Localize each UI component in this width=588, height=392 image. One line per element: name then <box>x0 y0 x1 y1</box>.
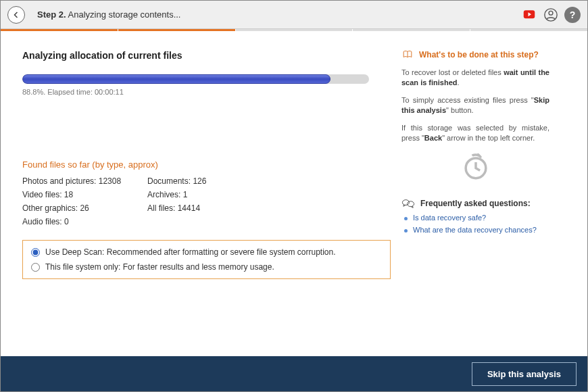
step-label: Step 2. Analyzing storage contents... <box>37 9 180 20</box>
back-button[interactable] <box>7 6 25 24</box>
stat-row: Archives: 1 <box>147 190 272 199</box>
stat-row: All files: 14414 <box>147 203 272 213</box>
faq-item: What are the data recovery chances? <box>404 226 549 234</box>
side-help-p1: To recover lost or deleted files wait un… <box>401 68 549 89</box>
scan-progress-fill <box>22 74 330 84</box>
scan-progress-bar <box>22 74 369 84</box>
scan-options-panel: Use Deep Scan: Recommended after formatt… <box>22 240 391 279</box>
svg-point-4 <box>402 200 409 205</box>
option-deep-scan[interactable]: Use Deep Scan: Recommended after formatt… <box>31 247 382 257</box>
stat-row: Audio files: 0 <box>22 217 147 226</box>
book-icon <box>401 50 414 59</box>
svg-point-5 <box>408 201 414 207</box>
footer-bar: Skip this analysis <box>1 356 587 391</box>
step-number: Step 2. <box>37 9 66 20</box>
option-this-fs-only[interactable]: This file system only: For faster result… <box>31 262 382 272</box>
faq-icon <box>401 199 415 208</box>
faq-link[interactable]: What are the data recovery chances? <box>413 226 537 234</box>
header-bar: Step 2. Analyzing storage contents... ? <box>1 1 587 29</box>
user-icon[interactable] <box>543 7 559 23</box>
stat-row: Other graphics: 26 <box>22 203 147 213</box>
option-deep-scan-radio[interactable] <box>31 248 40 257</box>
option-this-fs-only-radio[interactable] <box>31 263 40 272</box>
waiting-clock-icon <box>462 153 490 181</box>
arrow-left-icon <box>12 11 20 19</box>
faq-link[interactable]: Is data recovery safe? <box>413 214 486 222</box>
found-files-stats: Photos and pictures: 12308Video files: 1… <box>22 176 384 230</box>
help-icon[interactable]: ? <box>564 7 581 23</box>
side-help-p2: To simply access existing files press "S… <box>401 95 549 116</box>
svg-point-2 <box>549 11 553 15</box>
found-files-title: Found files so far (by type, approx) <box>22 160 384 170</box>
skip-analysis-button[interactable]: Skip this analysis <box>472 362 577 386</box>
main-title: Analyzing allocation of current files <box>22 50 384 61</box>
stat-row: Photos and pictures: 12308 <box>22 176 147 186</box>
side-help-title: What's to be done at this step? <box>401 50 549 59</box>
step-description: Analyzing storage contents... <box>68 9 181 20</box>
faq-title: Frequently asked questions: <box>401 199 549 208</box>
stat-row: Documents: 126 <box>147 176 272 186</box>
youtube-icon[interactable] <box>521 7 537 23</box>
faq-list: Is data recovery safe?What are the data … <box>401 214 549 234</box>
faq-item: Is data recovery safe? <box>404 214 549 222</box>
stat-row: Video files: 18 <box>22 190 147 199</box>
scan-progress-text: 88.8%. Elapsed time: 00:00:11 <box>22 88 384 96</box>
side-help-p3: If this storage was selected by mistake,… <box>401 123 549 144</box>
